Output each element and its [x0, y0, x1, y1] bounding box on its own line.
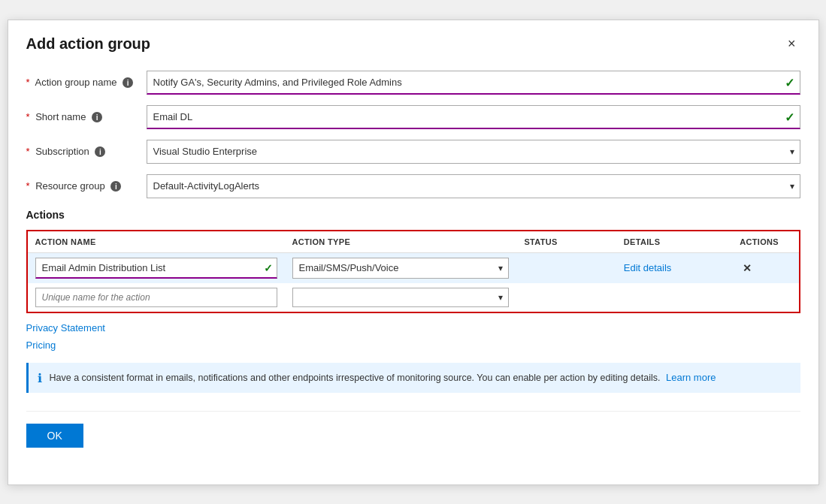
pricing-row: Pricing — [26, 340, 800, 351]
action-name-check-icon: ✓ — [264, 262, 273, 274]
delete-action-button[interactable]: ✕ — [740, 261, 755, 276]
dialog-title: Add action group — [26, 35, 151, 53]
short-name-label: * Short name i — [26, 111, 147, 123]
dialog-header: Add action group × — [26, 35, 800, 53]
resource-group-select[interactable]: Default-ActivityLogAlerts — [147, 174, 800, 198]
col-action-name: ACTION NAME — [28, 231, 285, 253]
action-group-name-check-icon: ✓ — [785, 75, 794, 89]
info-bar: ℹ Have a consistent format in emails, no… — [26, 363, 800, 393]
resource-group-select-wrapper: Default-ActivityLogAlerts ▾ — [147, 174, 800, 198]
action-type-select[interactable]: Email/SMS/Push/Voice Automation Runbook … — [292, 258, 510, 279]
col-actions: ACTIONS — [732, 231, 798, 253]
required-star-3: * — [26, 146, 30, 157]
short-name-info-icon: i — [92, 112, 102, 122]
actions-section-title: Actions — [26, 209, 800, 221]
required-star-4: * — [26, 180, 30, 192]
empty-details-cell — [616, 283, 732, 312]
resource-group-row: * Resource group i Default-ActivityLogAl… — [26, 174, 800, 198]
required-star: * — [26, 77, 30, 88]
empty-status-cell — [516, 283, 616, 312]
short-name-input[interactable] — [147, 105, 800, 129]
actions-table: ACTION NAME ACTION TYPE STATUS DETAILS A… — [28, 231, 799, 312]
empty-action-row: Email/SMS/Push/Voice Automation Runbook … — [28, 283, 799, 312]
footer: OK — [26, 411, 800, 448]
details-cell: Edit details — [616, 252, 732, 283]
action-group-name-input[interactable] — [147, 71, 800, 95]
resource-group-info-icon: i — [110, 181, 121, 192]
actions-table-header-row: ACTION NAME ACTION TYPE STATUS DETAILS A… — [28, 231, 799, 253]
subscription-row: * Subscription i Visual Studio Enterpris… — [26, 140, 800, 164]
action-name-field[interactable] — [35, 258, 277, 279]
col-action-type: ACTION TYPE — [285, 231, 517, 253]
empty-action-name-cell — [28, 283, 285, 312]
action-name-input-wrapper: ✓ — [35, 258, 277, 279]
col-status: STATUS — [516, 231, 616, 253]
resource-group-label: * Resource group i — [26, 180, 147, 192]
subscription-select[interactable]: Visual Studio Enterprise — [147, 140, 800, 164]
actions-table-wrapper: ACTION NAME ACTION TYPE STATUS DETAILS A… — [26, 230, 800, 313]
info-bar-icon: ℹ — [38, 371, 42, 385]
action-type-cell: Email/SMS/Push/Voice Automation Runbook … — [285, 252, 517, 283]
pricing-link[interactable]: Pricing — [26, 340, 56, 351]
action-group-name-info-icon: i — [123, 77, 133, 88]
col-details: DETAILS — [616, 231, 732, 253]
empty-action-type-select[interactable]: Email/SMS/Push/Voice Automation Runbook … — [292, 288, 510, 307]
actions-cell: ✕ — [732, 252, 798, 283]
subscription-info-icon: i — [95, 146, 105, 157]
empty-action-type-cell: Email/SMS/Push/Voice Automation Runbook … — [285, 283, 517, 312]
close-button[interactable]: × — [783, 35, 800, 52]
action-name-cell: ✓ — [28, 252, 285, 283]
privacy-statement-link[interactable]: Privacy Statement — [26, 322, 106, 333]
short-name-check-icon: ✓ — [785, 110, 794, 124]
ok-button[interactable]: OK — [26, 424, 83, 448]
action-group-name-label: * Action group name i — [26, 77, 147, 89]
privacy-statement-row: Privacy Statement — [26, 322, 800, 333]
learn-more-link[interactable]: Learn more — [666, 372, 716, 383]
empty-actions-cell — [732, 283, 798, 312]
status-cell — [516, 252, 616, 283]
required-star-2: * — [26, 111, 30, 122]
info-bar-text: Have a consistent format in emails, noti… — [50, 370, 791, 385]
subscription-select-wrapper: Visual Studio Enterprise ▾ — [147, 140, 800, 164]
short-name-row: * Short name i ✓ — [26, 105, 800, 129]
action-group-name-input-wrapper: ✓ — [147, 71, 800, 95]
empty-action-type-wrapper: Email/SMS/Push/Voice Automation Runbook … — [292, 288, 510, 307]
subscription-label: * Subscription i — [26, 146, 147, 158]
edit-details-link[interactable]: Edit details — [624, 262, 672, 273]
table-row: ✓ Email/SMS/Push/Voice Automation Runboo… — [28, 252, 799, 283]
empty-action-name-input[interactable] — [35, 288, 277, 307]
add-action-group-dialog: Add action group × * Action group name i… — [8, 20, 819, 485]
short-name-input-wrapper: ✓ — [147, 105, 800, 129]
action-type-select-wrapper: Email/SMS/Push/Voice Automation Runbook … — [292, 258, 510, 279]
action-group-name-row: * Action group name i ✓ — [26, 71, 800, 95]
